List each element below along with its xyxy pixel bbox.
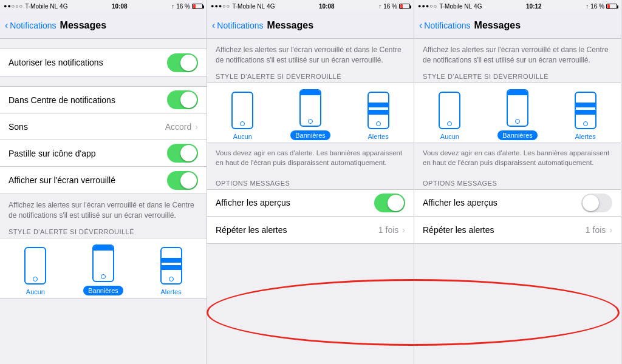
back-label-1: Notifications — [10, 21, 56, 30]
centre-item: Dans Centre de notifications — [0, 87, 207, 113]
status-bar-3: ●●●○○ T-Mobile NL 4G 10:12 ↑ 16 % — [414, 0, 621, 12]
nav-bar-2: ‹ Notifications Messages — [207, 12, 414, 39]
nav-bar-3: ‹ Notifications Messages — [414, 12, 621, 39]
alert-label-aucun-2: Aucun — [233, 133, 252, 140]
alert-label-bannieres-2: Bannières — [290, 130, 330, 140]
sons-label: Sons — [9, 122, 28, 132]
carrier-3: T-Mobile NL — [439, 3, 472, 10]
sons-item[interactable]: Sons Accord › — [0, 113, 207, 140]
status-right-3: ↑ 16 % — [586, 3, 617, 10]
time-3: 10:12 — [526, 3, 542, 10]
back-button-3[interactable]: ‹ Notifications — [419, 20, 471, 31]
phone-banner-3 — [507, 89, 528, 127]
aperçus-item-2: Afficher les aperçus — [207, 190, 414, 217]
alert-icons-2: Aucun Bannières Alertes — [207, 83, 414, 143]
alert-icons-1: Aucun Bannières A — [0, 238, 207, 298]
afficher-ecran-label: Afficher sur l'écran verrouillé — [9, 175, 115, 185]
back-arrow-3: ‹ — [419, 20, 422, 31]
repeter-right-3: 1 fois › — [586, 225, 612, 235]
network-2: 4G — [267, 3, 275, 10]
battery-icon-1 — [192, 4, 203, 9]
repeter-value-3: 1 fois — [586, 225, 606, 235]
style-label-1: STYLE D'ALERTE SI DÉVERROUILLÉ — [0, 226, 207, 238]
signal-3: ●●●○○ — [418, 3, 437, 9]
phone-banner-2 — [299, 89, 321, 127]
afficher-ecran-toggle[interactable] — [167, 171, 198, 190]
alert-option-bannieres-1[interactable]: Bannières — [83, 244, 123, 295]
alert-label-aucun-1: Aucun — [26, 288, 45, 295]
back-arrow-1: ‹ — [5, 20, 8, 31]
top-group-1: Autoriser les notifications — [0, 49, 207, 76]
repeter-item-2[interactable]: Répéter les alertes 1 fois › — [207, 217, 414, 243]
back-label-3: Notifications — [424, 21, 470, 30]
back-button-2[interactable]: ‹ Notifications — [212, 20, 264, 31]
spacer-1a — [0, 39, 207, 49]
aperçus-toggle-2[interactable] — [374, 194, 405, 212]
alert-label-alertes-3: Alertes — [575, 133, 595, 140]
repeter-item-3[interactable]: Répéter les alertes 1 fois › — [414, 217, 621, 243]
time-2: 10:08 — [319, 3, 335, 10]
phone-alert-1 — [160, 247, 182, 285]
aperçus-item-3: Afficher les aperçus — [414, 190, 621, 217]
aperçus-toggle-3[interactable] — [581, 194, 612, 212]
aperçus-label-2: Afficher les aperçus — [216, 198, 290, 207]
carrier-1: T-Mobile NL — [25, 3, 58, 10]
signal-arrow-1: ↑ — [171, 3, 174, 10]
phone-alert-2 — [367, 92, 389, 129]
desc-1: Affichez les alertes sur l'écran verroui… — [0, 194, 207, 226]
panel-1: ●●○○○ T-Mobile NL 4G 10:08 ↑ 16 % ‹ Noti… — [0, 0, 207, 364]
carrier-2: T-Mobile NL — [232, 3, 265, 10]
options-group-3: Afficher les aperçus Répéter les alertes… — [414, 189, 621, 244]
battery-pct-1: 16 % — [176, 3, 190, 10]
battery-pct-2: 16 % — [383, 3, 397, 10]
battery-icon-3 — [606, 4, 617, 9]
status-left-1: ●●○○○ T-Mobile NL 4G — [4, 3, 67, 10]
back-label-2: Notifications — [217, 21, 263, 30]
repeter-chevron-2: › — [402, 225, 405, 235]
status-right-2: ↑ 16 % — [378, 3, 410, 10]
alert-option-aucun-2[interactable]: Aucun — [231, 92, 253, 140]
repeter-label-2: Répéter les alertes — [216, 225, 287, 235]
content-3: Affichez les alertes sur l'écran verroui… — [414, 39, 621, 364]
signal-arrow-2: ↑ — [378, 3, 381, 10]
alert-option-bannieres-2[interactable]: Bannières — [290, 89, 330, 140]
alert-label-alertes-2: Alertes — [367, 133, 388, 140]
pastille-item: Pastille sur icône d'app — [0, 140, 207, 167]
alert-option-aucun-3[interactable]: Aucun — [439, 92, 460, 140]
repeter-label-3: Répéter les alertes — [423, 225, 494, 235]
repeter-value-2: 1 fois — [378, 225, 398, 235]
phone-banner-1 — [92, 244, 114, 282]
phone-none-3 — [439, 92, 460, 129]
status-bar-2: ●●●○○ T-Mobile NL 4G 10:08 ↑ 16 % — [207, 0, 414, 12]
status-right-1: ↑ 16 % — [171, 3, 203, 10]
back-button-1[interactable]: ‹ Notifications — [5, 20, 56, 31]
alert-label-bannieres-3: Bannières — [497, 130, 538, 140]
options-label-2: OPTIONS MESSAGES — [207, 177, 414, 189]
alert-option-aucun-1[interactable]: Aucun — [24, 247, 46, 295]
alert-desc-2: Vous devez agir en cas d'alerte. Les ban… — [207, 143, 414, 172]
afficher-ecran-item: Afficher sur l'écran verrouillé — [0, 167, 207, 194]
pastille-toggle[interactable] — [167, 144, 198, 163]
nav-bar-1: ‹ Notifications Messages — [0, 12, 207, 39]
page-title-3: Messages — [474, 20, 521, 31]
repeter-right-2: 1 fois › — [378, 225, 405, 235]
autoriser-toggle[interactable] — [167, 53, 198, 72]
content-2: Affichez les alertes sur l'écran verroui… — [207, 39, 414, 364]
page-title-2: Messages — [267, 20, 314, 31]
sons-right: Accord › — [165, 122, 198, 132]
style-label-2: STYLE D'ALERTE SI DÉVERROUILLÉ — [207, 70, 414, 83]
alert-option-alertes-2[interactable]: Alertes — [367, 92, 389, 140]
alert-option-alertes-1[interactable]: Alertes — [160, 247, 182, 295]
style-label-3: STYLE D'ALERTE SI DÉVERROUILLÉ — [414, 70, 621, 83]
signal-1: ●●○○○ — [4, 3, 23, 9]
signal-arrow-3: ↑ — [586, 3, 589, 10]
alert-option-bannieres-3[interactable]: Bannières — [497, 89, 538, 140]
desc-3: Affichez les alertes sur l'écran verroui… — [414, 39, 621, 70]
alert-desc-3: Vous devez agir en cas d'alerte. Les ban… — [414, 143, 621, 172]
options-label-3: OPTIONS MESSAGES — [414, 177, 621, 189]
spacer-1b — [0, 76, 207, 86]
alert-label-alertes-1: Alertes — [160, 288, 181, 295]
status-left-3: ●●●○○ T-Mobile NL 4G — [418, 3, 482, 10]
alert-option-alertes-3[interactable]: Alertes — [575, 92, 596, 140]
centre-toggle[interactable] — [167, 90, 198, 109]
